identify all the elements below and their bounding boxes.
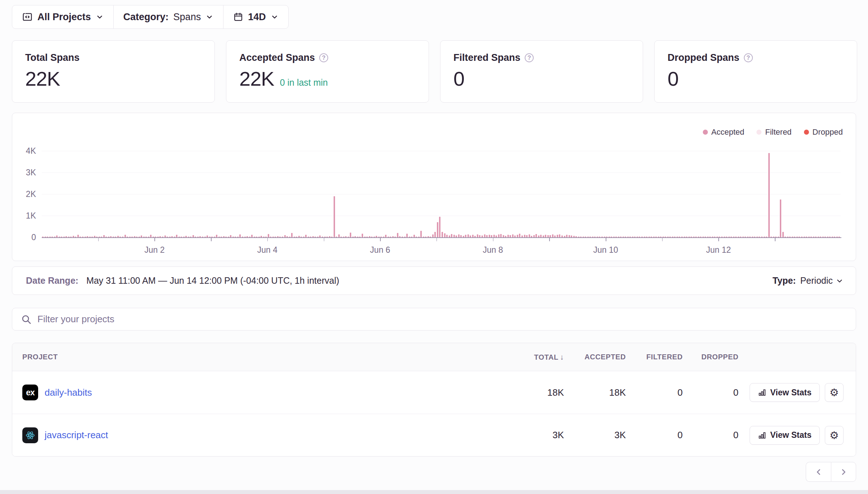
card-title: Accepted Spans (239, 52, 315, 63)
x-axis-tick-label: Jun 4 (257, 245, 277, 255)
bar (782, 232, 784, 237)
bar (557, 235, 558, 237)
bar (458, 234, 460, 237)
sort-desc-icon: ↓ (560, 353, 564, 361)
x-axis-tick (267, 238, 268, 241)
x-axis-tick (606, 238, 606, 241)
filtered-cell: 0 (626, 430, 683, 441)
previous-page-button[interactable] (806, 462, 831, 482)
legend-label: Dropped (813, 127, 843, 137)
bar (77, 235, 79, 237)
column-header-accepted[interactable]: ACCEPTED (564, 353, 626, 361)
x-axis-tick-label: Jun 2 (144, 245, 164, 255)
filtered-spans-value: 0 (453, 67, 464, 90)
table-row: javascript-react 3K 3K 0 0 View Stats ⚙ (12, 414, 856, 456)
bar (406, 234, 408, 237)
x-axis-tick (98, 238, 99, 241)
bar (477, 234, 478, 237)
accepted-spans-card: Accepted Spans ? 22K 0 in last min (226, 40, 429, 103)
chevron-down-icon (836, 277, 844, 285)
y-axis-tick-label: 3K (12, 168, 36, 178)
help-icon[interactable]: ? (319, 53, 328, 62)
legend-item-accepted[interactable]: Accepted (703, 127, 745, 137)
date-range-bar: Date Range: May 31 11:00 AM — Jun 14 12:… (12, 266, 856, 295)
next-page-button[interactable] (831, 462, 856, 482)
calendar-icon (233, 12, 243, 22)
bar (540, 235, 542, 237)
accepted-cell: 3K (564, 430, 626, 441)
card-title: Total Spans (25, 52, 80, 63)
legend-label: Accepted (711, 127, 745, 137)
bar (413, 235, 415, 237)
accepted-cell: 18K (564, 387, 626, 398)
project-settings-button[interactable]: ⚙ (825, 426, 844, 445)
search-icon (21, 314, 32, 325)
bar (350, 233, 351, 237)
bar (150, 235, 152, 237)
total-spans-value: 22K (25, 67, 60, 90)
category-filter-dropdown[interactable]: Category: Spans (114, 5, 223, 28)
column-header-total[interactable]: TOTAL↓ (510, 353, 564, 361)
total-spans-card: Total Spans 22K (12, 40, 215, 103)
x-axis-tick-label: Jun 8 (483, 245, 503, 255)
bar (451, 234, 452, 237)
bar (768, 153, 770, 237)
x-axis-tick (380, 238, 381, 241)
column-header-dropped[interactable]: DROPPED (683, 353, 738, 361)
accepted-dot-icon (703, 130, 708, 135)
bar (524, 235, 525, 237)
bar (517, 235, 518, 237)
bar (493, 235, 495, 237)
bar (552, 234, 553, 237)
bar-series-accepted[interactable] (42, 151, 841, 237)
project-filter-label: All Projects (37, 12, 91, 23)
filtered-dot-icon (756, 130, 761, 135)
type-label: Type: (773, 275, 796, 286)
y-axis-tick-label: 1K (12, 211, 36, 221)
bar (446, 235, 448, 237)
y-axis-tick-label: 4K (12, 146, 36, 156)
bar (385, 235, 386, 237)
x-axis-tick (493, 238, 494, 241)
type-dropdown[interactable]: Type: Periodic (773, 275, 844, 286)
dropped-cell: 0 (683, 387, 738, 398)
spans-chart-card: Accepted Filtered Dropped 01K2K3K4K Jun … (12, 113, 856, 261)
bar (498, 234, 499, 237)
react-icon (22, 427, 38, 443)
project-settings-button[interactable]: ⚙ (825, 383, 844, 402)
x-axis-tick (549, 238, 550, 241)
column-header-project: PROJECT (22, 353, 510, 361)
accepted-spans-value: 22K (239, 67, 274, 90)
bar (442, 232, 443, 237)
bar (519, 234, 520, 237)
chevron-down-icon (271, 13, 279, 21)
help-icon[interactable]: ? (525, 53, 534, 62)
x-axis-tick (324, 238, 325, 241)
gear-icon: ⚙ (829, 429, 839, 441)
x-axis-tick (775, 238, 776, 241)
legend-item-filtered[interactable]: Filtered (756, 127, 791, 137)
column-header-filtered[interactable]: FILTERED (626, 353, 683, 361)
view-stats-button[interactable]: View Stats (750, 383, 820, 402)
pagination (806, 462, 856, 482)
dropped-dot-icon (804, 130, 809, 135)
legend-item-dropped[interactable]: Dropped (804, 127, 843, 137)
project-link[interactable]: daily-habits (45, 387, 92, 398)
date-range-dropdown[interactable]: 14D (223, 5, 288, 28)
bar (239, 234, 241, 237)
bar (216, 235, 217, 237)
card-title: Dropped Spans (668, 52, 740, 63)
help-icon[interactable]: ? (744, 53, 753, 62)
dropped-spans-card: Dropped Spans ? 0 (654, 40, 857, 103)
project-filter-dropdown[interactable]: All Projects (12, 5, 113, 28)
view-stats-button[interactable]: View Stats (750, 426, 820, 445)
bar-chart-icon (758, 431, 767, 440)
bar (545, 235, 546, 238)
chevron-down-icon (96, 13, 104, 21)
chevron-down-icon (205, 13, 213, 21)
bar (507, 235, 509, 237)
project-link[interactable]: javascript-react (45, 430, 108, 441)
bar (437, 222, 438, 237)
bar (338, 234, 340, 237)
search-input[interactable] (37, 314, 847, 325)
